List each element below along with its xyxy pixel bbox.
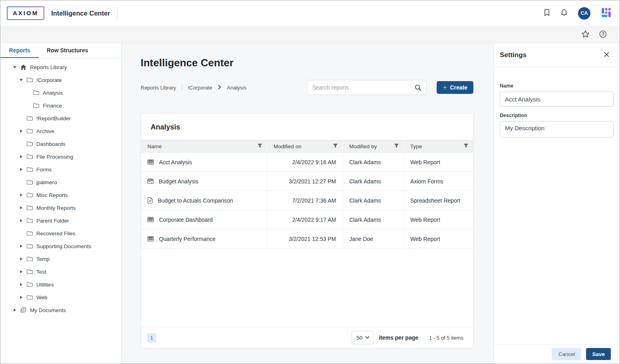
filter-icon[interactable] bbox=[394, 143, 399, 149]
filter-icon[interactable] bbox=[257, 143, 262, 149]
column-header-modified-on[interactable]: Modified on bbox=[267, 140, 343, 152]
tree-item-web[interactable]: Web bbox=[0, 291, 121, 304]
breadcrumb-bar-separator bbox=[182, 84, 182, 91]
cell-modified-on: 3/2/2021 12:53 PM bbox=[267, 229, 343, 248]
page-1-button[interactable]: 1 bbox=[147, 333, 156, 342]
save-button[interactable]: Save bbox=[586, 348, 611, 360]
search-icon[interactable] bbox=[415, 84, 421, 91]
tree-item-monthly-reports[interactable]: Monthly Reports bbox=[0, 201, 121, 214]
apps-grid-icon[interactable] bbox=[601, 7, 612, 19]
folder-icon bbox=[33, 103, 40, 108]
tree-item-finance[interactable]: Finance bbox=[0, 99, 121, 112]
search-input[interactable] bbox=[312, 84, 415, 91]
tree-item-forms[interactable]: Forms bbox=[0, 163, 121, 176]
column-header-type[interactable]: Type bbox=[404, 140, 473, 152]
description-field[interactable]: My Description bbox=[500, 121, 614, 137]
name-field[interactable] bbox=[500, 91, 614, 107]
caret-down-icon[interactable] bbox=[12, 66, 17, 69]
tree-item-misc-reports[interactable]: Misc Reports bbox=[0, 189, 121, 201]
tree-item-jpalmero[interactable]: jpalmero bbox=[0, 176, 121, 189]
cell-modified-on: 3/2/2021 12:27 PM bbox=[267, 172, 343, 191]
tree-item-archive[interactable]: Archive bbox=[0, 125, 121, 137]
cancel-button[interactable]: Cancel bbox=[552, 348, 581, 360]
page-size-select[interactable]: 50 bbox=[352, 331, 374, 344]
tab-reports[interactable]: Reports bbox=[0, 43, 39, 58]
tree-item-test[interactable]: Test bbox=[0, 265, 121, 278]
column-header-name[interactable]: Name bbox=[141, 140, 267, 152]
report-table-body: Acct Analysis2/4/2022 9:16 AMClark Adams… bbox=[141, 153, 473, 249]
breadcrumb-corporate[interactable]: !Corporate bbox=[188, 85, 212, 91]
cell-modified-by: Jane Doe bbox=[343, 229, 404, 248]
table-row-budget-analysis[interactable]: Budget Analysis3/2/2021 12:27 PMClark Ad… bbox=[141, 172, 473, 191]
folder-icon bbox=[26, 154, 33, 159]
favorite-star-icon[interactable] bbox=[581, 30, 590, 39]
folder-icon bbox=[26, 193, 33, 197]
breadcrumb-reports-library[interactable]: Reports Library bbox=[141, 85, 176, 91]
caret-right-icon[interactable] bbox=[19, 295, 24, 299]
spreadsheet-icon bbox=[147, 197, 153, 203]
folder-icon bbox=[26, 282, 33, 287]
tree-item-analysis[interactable]: Analysis bbox=[0, 86, 121, 99]
table-row-corporate-dashboard[interactable]: Corporate Dashboard2/4/2022 9:17 AMClark… bbox=[141, 210, 473, 229]
folder-icon bbox=[26, 295, 33, 300]
caret-right-icon[interactable] bbox=[19, 206, 24, 210]
tree-item-label: Forms bbox=[36, 167, 52, 173]
tree-item-corporate[interactable]: !Corporate bbox=[0, 74, 121, 86]
caret-right-icon[interactable] bbox=[19, 219, 24, 223]
controls-row: Reports Library !Corporate Analysis + Cr… bbox=[141, 80, 473, 95]
report-name: Budget Analysis bbox=[159, 178, 199, 185]
folder-icon bbox=[26, 257, 33, 261]
tree-item-file-processing[interactable]: File Processing bbox=[0, 150, 121, 163]
chevron-glyph bbox=[218, 85, 221, 91]
help-glyph: ? bbox=[599, 30, 607, 39]
tree-item-temp[interactable]: Temp bbox=[0, 253, 121, 265]
description-field-group: Description My Description bbox=[500, 113, 614, 139]
caret-right-icon[interactable] bbox=[19, 129, 24, 133]
filter-icon[interactable] bbox=[463, 143, 469, 149]
bookmark-icon[interactable] bbox=[544, 9, 550, 18]
caret-right-icon[interactable] bbox=[12, 308, 17, 312]
tree-item-label: Parent Folder bbox=[36, 218, 69, 224]
tree-item-utilities[interactable]: Utilities bbox=[0, 278, 121, 291]
filter-icon[interactable] bbox=[333, 143, 338, 149]
caret-right-icon[interactable] bbox=[19, 244, 24, 248]
tree-item-recovered-files[interactable]: Recovered Files bbox=[0, 227, 121, 240]
tab-row-structures[interactable]: Row Structures bbox=[39, 43, 96, 58]
table-row-acct-analysis[interactable]: Acct Analysis2/4/2022 9:16 AMClark Adams… bbox=[141, 153, 473, 172]
tree-item-reports-library[interactable]: Reports Library bbox=[0, 61, 121, 74]
page-title: Intelligence Center bbox=[141, 57, 473, 69]
cell-type: Web Report bbox=[404, 153, 473, 171]
table-row-quarterly-performance[interactable]: Quarterly Performance3/2/2021 12:53 PMJa… bbox=[141, 229, 473, 249]
pagination-right: 50 items per page 1 - 5 of 5 items bbox=[352, 331, 463, 344]
tree-item-dashboards[interactable]: Dashboards bbox=[0, 137, 121, 150]
documents-icon bbox=[20, 307, 27, 313]
tree-item-my-documents[interactable]: My Documents bbox=[0, 304, 121, 316]
close-icon[interactable] bbox=[604, 52, 609, 58]
caret-right-icon[interactable] bbox=[19, 257, 24, 261]
table-row-budget-to-actuals-comparison[interactable]: Budget to Actuals Comparison7/2/2021 7:3… bbox=[141, 191, 473, 210]
cell-name: Corporate Dashboard bbox=[141, 210, 267, 229]
settings-panel: Settings Name Description My Description… bbox=[493, 43, 620, 364]
cell-type: Web Report bbox=[404, 229, 473, 248]
plus-icon: + bbox=[443, 84, 447, 91]
caret-right-icon[interactable] bbox=[19, 193, 24, 197]
caret-down-icon[interactable] bbox=[19, 78, 24, 82]
report-name: Corporate Dashboard bbox=[159, 217, 213, 223]
tree-item-parent-folder[interactable]: Parent Folder bbox=[0, 214, 121, 227]
settings-footer: Cancel Save bbox=[494, 344, 620, 364]
axiom-logo-text: AXIOM bbox=[13, 10, 38, 16]
tree-item-supporting-documents[interactable]: Supporting Documents bbox=[0, 240, 121, 253]
notifications-icon[interactable] bbox=[560, 9, 568, 18]
folder-icon bbox=[26, 244, 33, 249]
create-button[interactable]: + Create bbox=[437, 81, 473, 94]
caret-right-icon[interactable] bbox=[19, 270, 24, 274]
help-icon[interactable]: ? bbox=[599, 30, 607, 39]
caret-right-icon[interactable] bbox=[19, 282, 24, 286]
cell-name: Quarterly Performance bbox=[141, 229, 267, 248]
caret-right-icon[interactable] bbox=[19, 167, 24, 171]
column-header-modified-by[interactable]: Modified by bbox=[343, 140, 404, 152]
caret-right-icon[interactable] bbox=[19, 155, 24, 159]
tree-item-reportbuilder[interactable]: !ReportBuilder bbox=[0, 112, 121, 125]
breadcrumb-analysis[interactable]: Analysis bbox=[227, 85, 246, 91]
user-avatar[interactable]: CA bbox=[578, 7, 590, 20]
